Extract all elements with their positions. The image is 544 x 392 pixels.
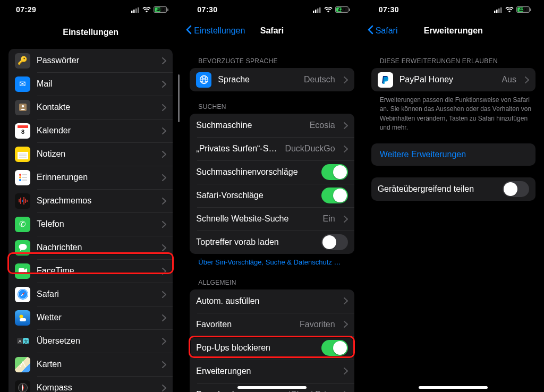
settings-row-safari[interactable]: Safari (8, 283, 173, 306)
battery-icon: 47⚡︎ (335, 6, 350, 13)
svg-rect-54 (500, 7, 502, 13)
chevron-right-icon (162, 127, 166, 134)
cellular-icon (313, 7, 321, 13)
cellular-icon (131, 7, 140, 13)
cellular-icon (494, 7, 503, 13)
settings-row-contacts[interactable]: Kontakte (8, 96, 173, 119)
page-title: Safari (260, 26, 284, 36)
notes-icon (15, 147, 30, 162)
chevron-left-icon (367, 25, 373, 37)
settings-row-weather[interactable]: Wetter (8, 306, 173, 329)
screen-safari: 07:30 47⚡︎ Einstellungen Safari BEVORZUG… (181, 0, 362, 392)
svg-rect-47 (319, 7, 321, 13)
toggle-share-across-devices[interactable] (503, 181, 529, 197)
settings-row-phone[interactable]: ✆Telefon (8, 212, 173, 236)
row-favorites[interactable]: FavoritenFavoriten (190, 313, 354, 336)
paypal-icon (378, 72, 393, 88)
svg-rect-1 (133, 10, 135, 13)
reminders-icon (15, 170, 30, 185)
row-search-engine-suggestions: Suchmaschinenvorschläge (190, 160, 354, 184)
row-private-search-engine[interactable]: „Privates Surfen“-Suchm.DuckDuckGo (190, 137, 354, 160)
settings-row-passwords[interactable]: 🔑Passwörter (8, 49, 173, 72)
toggle-preload-tophit[interactable] (321, 234, 348, 250)
settings-row-notes[interactable]: Notizen (8, 142, 173, 166)
facetime-icon (15, 263, 30, 279)
row-autofill[interactable]: Autom. ausfüllen (190, 289, 354, 313)
back-button[interactable]: Einstellungen (185, 19, 245, 42)
clock: 07:30 (379, 5, 399, 14)
chevron-right-icon (344, 122, 348, 129)
nav-header: Safari Erweiterungen (363, 19, 544, 42)
svg-point-29 (19, 315, 23, 319)
compass-icon (15, 380, 30, 393)
chevron-right-icon (162, 174, 166, 181)
weather-icon (15, 310, 30, 326)
waveform-icon (15, 193, 30, 209)
chevron-right-icon (162, 268, 166, 275)
settings-row-messages[interactable]: Nachrichten (8, 236, 173, 259)
translate-icon: A文 (15, 334, 30, 349)
row-search-engine[interactable]: SuchmaschineEcosia (190, 114, 354, 137)
row-more-extensions[interactable]: Weitere Erweiterungen (371, 143, 536, 166)
back-label: Einstellungen (194, 26, 245, 36)
row-language[interactable]: Sprache Deutsch (190, 68, 354, 91)
extensions-caption: Erweiterungen passen die Funktionsweise … (380, 96, 532, 133)
chevron-right-icon (344, 76, 348, 83)
home-indicator[interactable] (237, 386, 307, 389)
chevron-right-icon (162, 338, 166, 345)
back-button[interactable]: Safari (367, 19, 398, 42)
chevron-right-icon (162, 81, 166, 88)
row-block-popups: Pop-Ups blockieren (190, 336, 354, 360)
chevron-right-icon (525, 76, 529, 83)
link-siri-privacy[interactable]: Über Siri-Vorschläge, Suche & Datenschut… (198, 258, 352, 267)
chevron-right-icon (344, 297, 348, 304)
phone-icon: ✆ (15, 217, 30, 232)
mail-icon: ✉︎ (15, 76, 30, 92)
section-header-allow: DIESE ERWEITERUNGEN ERLAUBEN (380, 57, 533, 65)
row-extensions[interactable]: Erweiterungen (190, 360, 354, 383)
section-header-search: SUCHEN (198, 103, 352, 110)
settings-row-reminders[interactable]: Erinnerungen (8, 166, 173, 189)
toggle-safari-suggestions[interactable] (321, 188, 348, 203)
chevron-right-icon (344, 368, 348, 374)
chevron-right-icon (162, 221, 166, 228)
page-title: Erweiterungen (424, 26, 483, 36)
nav-header: Einstellungen Safari (181, 19, 362, 42)
settings-row-compass[interactable]: Kompass (8, 376, 173, 392)
home-indicator[interactable] (419, 386, 488, 389)
row-extension-paypal-honey[interactable]: PayPal Honey Aus (371, 68, 536, 91)
settings-row-maps[interactable]: Karten (8, 353, 173, 376)
section-header-general: ALLGEMEIN (198, 279, 352, 286)
svg-rect-0 (131, 11, 133, 13)
svg-rect-6 (18, 125, 28, 128)
status-bar: 07:29 46⚡︎ (0, 0, 181, 19)
screen-settings: 07:29 46⚡︎ Einstellungen 🔑Passwörter ✉︎M… (0, 0, 181, 392)
svg-rect-25 (19, 268, 24, 274)
svg-rect-45 (315, 10, 317, 13)
chevron-right-icon (162, 198, 166, 204)
svg-rect-51 (494, 11, 496, 13)
svg-text:8: 8 (21, 129, 24, 135)
settings-row-translate[interactable]: A文Übersetzen (8, 329, 173, 353)
chevron-right-icon (344, 146, 348, 152)
settings-row-facetime[interactable]: FaceTime (8, 259, 173, 283)
svg-point-15 (19, 179, 21, 181)
globe-icon (196, 72, 211, 88)
page-title: Einstellungen (63, 28, 118, 37)
toggle-search-engine-suggestions[interactable] (321, 164, 348, 180)
svg-point-5 (21, 105, 23, 107)
row-share-across-devices: Geräteübergreifend teilen (371, 177, 536, 201)
settings-row-mail[interactable]: ✉︎Mail (8, 72, 173, 96)
chevron-right-icon (162, 57, 166, 64)
svg-rect-2 (135, 8, 137, 13)
chevron-right-icon (344, 216, 348, 223)
settings-row-calendar[interactable]: 8Kalender (8, 119, 173, 142)
svg-text:文: 文 (23, 339, 28, 344)
safari-icon (15, 287, 30, 302)
toggle-block-popups[interactable] (321, 340, 348, 356)
scrollbar-indicator (178, 74, 180, 122)
settings-row-voicememos[interactable]: Sprachmemos (8, 189, 173, 212)
messages-icon (15, 240, 30, 255)
row-quick-website-search[interactable]: Schnelle Website-SucheEin (190, 207, 354, 231)
svg-text:A: A (18, 339, 21, 344)
